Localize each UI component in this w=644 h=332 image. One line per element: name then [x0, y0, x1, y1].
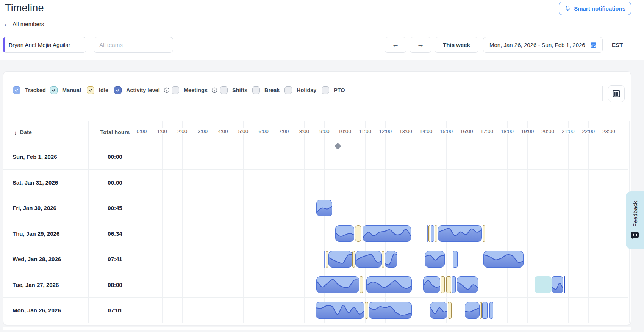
- tracked-segment[interactable]: [453, 251, 458, 268]
- time-label: 16:00: [459, 128, 475, 134]
- row-timeline: [142, 246, 629, 272]
- idle-segment[interactable]: [435, 225, 437, 242]
- timeline-row: Fri, Jan 30, 202600:45: [3, 195, 628, 221]
- legend-checkbox-meetings[interactable]: Meetings: [172, 86, 217, 94]
- horizontal-scrollbar[interactable]: [3, 327, 631, 330]
- legend-checkbox-activity-level[interactable]: Activity level: [114, 86, 170, 94]
- tracked-segment[interactable]: [430, 302, 448, 319]
- legend-checkbox-break[interactable]: Break: [252, 86, 280, 94]
- tracked-segment[interactable]: [465, 302, 480, 319]
- tracked-segment[interactable]: [355, 251, 382, 268]
- idle-segment[interactable]: [480, 302, 482, 319]
- idle-segment[interactable]: [326, 251, 328, 268]
- time-label: 13:00: [398, 128, 414, 134]
- idle-segment[interactable]: [382, 251, 384, 268]
- legend-checkbox-tracked[interactable]: Tracked: [13, 86, 46, 94]
- timeline-page: Timeline ← All members Smart notificatio…: [0, 0, 644, 332]
- legend-label: Shifts: [232, 87, 247, 93]
- back-to-all-members-link[interactable]: ← All members: [3, 21, 44, 27]
- idle-segment[interactable]: [483, 225, 485, 242]
- tracked-segment[interactable]: [328, 251, 352, 268]
- row-total-hours: 07:01: [88, 298, 142, 323]
- time-label: 0:00: [135, 128, 148, 134]
- legend-label: Activity level: [126, 87, 160, 93]
- calendar-icon: [590, 41, 597, 49]
- timeline-row: Tue, Jan 27, 202608:00: [3, 272, 628, 298]
- feedback-tab[interactable]: Feedback: [626, 191, 644, 249]
- unchecked-checkbox: [284, 86, 292, 94]
- tracked-segment[interactable]: [489, 302, 493, 319]
- tracked-segment[interactable]: [363, 225, 411, 242]
- toolbar-divider: [602, 86, 603, 101]
- row-date: Fri, Jan 30, 2026: [13, 195, 56, 221]
- tracked-segment[interactable]: [423, 276, 440, 293]
- next-week-button[interactable]: →: [410, 37, 431, 53]
- legend-checkbox-shifts[interactable]: Shifts: [220, 86, 247, 94]
- time-label: 2:00: [176, 128, 189, 134]
- legend-checkbox-holiday[interactable]: Holiday: [284, 86, 316, 94]
- date-range-picker[interactable]: Mon, Jan 26, 2026 - Sun, Feb 1, 2026: [483, 37, 603, 53]
- time-label: 21:00: [560, 128, 576, 134]
- tracked-segment[interactable]: [452, 276, 456, 293]
- row-timeline: [142, 195, 629, 221]
- legend-label: Idle: [99, 87, 108, 93]
- unchecked-checkbox: [252, 86, 260, 94]
- tracked-segment[interactable]: [427, 225, 428, 242]
- teams-filter-input[interactable]: [99, 42, 167, 48]
- smart-notifications-label: Smart notifications: [574, 5, 625, 12]
- time-label: 20:00: [540, 128, 556, 134]
- checked-checkbox: [87, 86, 94, 94]
- row-total-hours: 00:45: [88, 195, 142, 221]
- legend-label: Meetings: [184, 87, 208, 93]
- tracked-segment[interactable]: [366, 276, 412, 293]
- teams-filter[interactable]: [94, 37, 173, 53]
- member-filter[interactable]: [3, 37, 86, 53]
- time-label: 11:00: [357, 128, 373, 134]
- tracked-segment[interactable]: [483, 251, 524, 268]
- legend-label: Holiday: [297, 87, 316, 93]
- idle-segment[interactable]: [428, 225, 430, 242]
- checked-checkbox: [50, 86, 58, 94]
- tracked-segment[interactable]: [457, 276, 478, 293]
- tracked-segment[interactable]: [369, 302, 412, 319]
- row-total-hours: 00:00: [88, 170, 142, 196]
- idle-segment[interactable]: [360, 276, 363, 293]
- idle-segment[interactable]: [448, 302, 452, 319]
- smart-notifications-button[interactable]: Smart notifications: [559, 2, 631, 15]
- checked-checkbox: [114, 86, 122, 94]
- row-total-hours: 07:41: [88, 246, 142, 272]
- idle-segment[interactable]: [355, 225, 362, 242]
- tracked-segment[interactable]: [482, 302, 488, 319]
- idle-segment[interactable]: [365, 302, 368, 319]
- idle-segment[interactable]: [352, 251, 355, 268]
- unchecked-checkbox: [220, 86, 228, 94]
- legend-checkbox-idle[interactable]: Idle: [87, 86, 108, 94]
- tracked-segment[interactable]: [385, 251, 398, 268]
- tracked-segment[interactable]: [425, 251, 445, 268]
- date-column-header[interactable]: ↓ Date: [14, 121, 32, 144]
- idle-segment[interactable]: [441, 276, 445, 293]
- tracked-segment[interactable]: [552, 276, 563, 293]
- manual-segment[interactable]: [535, 276, 552, 293]
- tracked-segment[interactable]: [324, 251, 325, 268]
- tracked-segment[interactable]: [316, 302, 364, 319]
- tracked-segment[interactable]: [438, 225, 482, 242]
- table-header: ↓ Date Total hours 0:001:002:003:004:005…: [3, 121, 631, 144]
- legend-label: PTO: [334, 87, 345, 93]
- tracked-segment[interactable]: [431, 225, 434, 242]
- member-filter-input[interactable]: [9, 42, 81, 48]
- column-settings-button[interactable]: [608, 85, 625, 102]
- legend-checkbox-pto[interactable]: PTO: [322, 86, 345, 94]
- row-timeline: [142, 272, 629, 298]
- idle-segment[interactable]: [446, 276, 452, 293]
- checked-checkbox: [13, 86, 20, 94]
- row-timeline: [142, 298, 629, 323]
- date-header-label: Date: [20, 129, 32, 135]
- tracked-segment[interactable]: [316, 200, 332, 216]
- row-date: Thu, Jan 29, 2026: [13, 221, 59, 247]
- previous-week-button[interactable]: ←: [385, 37, 406, 53]
- feedback-smiley-icon: [631, 231, 639, 240]
- legend-checkbox-manual[interactable]: Manual: [50, 86, 81, 94]
- this-week-button[interactable]: This week: [435, 37, 478, 53]
- legend-label: Tracked: [25, 87, 46, 93]
